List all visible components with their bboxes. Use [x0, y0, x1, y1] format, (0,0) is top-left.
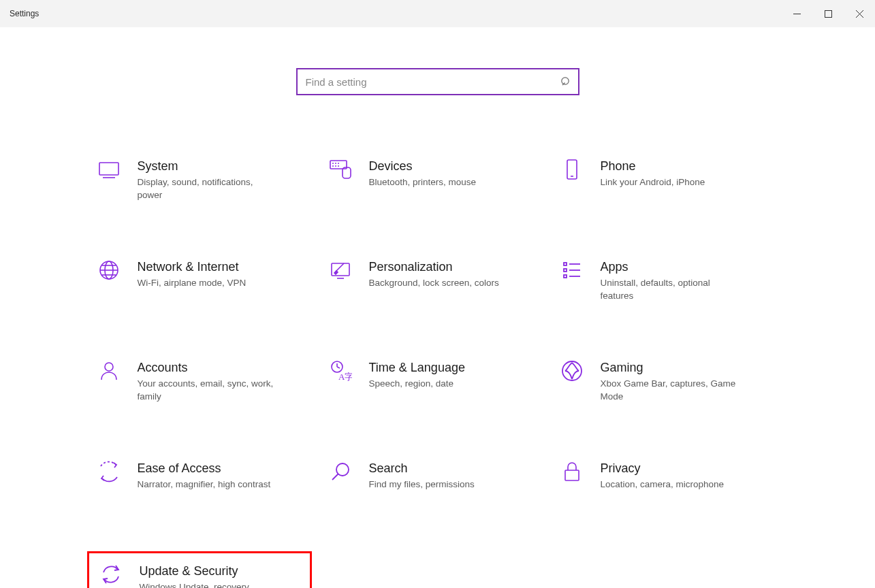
category-desc: Your accounts, email, sync, work, family: [138, 378, 274, 404]
svg-rect-39: [565, 470, 579, 480]
category-title: Time & Language: [369, 361, 465, 375]
network-icon: [94, 259, 124, 282]
personalization-icon: [325, 259, 355, 282]
search-icon: [560, 76, 571, 87]
category-title: Devices: [369, 159, 477, 174]
category-network[interactable]: Network & Internet Wi-Fi, airplane mode,…: [87, 249, 312, 317]
phone-icon: [557, 158, 587, 181]
gaming-icon: [557, 359, 587, 382]
category-system[interactable]: System Display, sound, notifications, po…: [87, 148, 312, 216]
category-desc: Speech, region, date: [369, 378, 465, 391]
category-title: Update & Security: [140, 564, 276, 578]
category-privacy[interactable]: Privacy Location, camera, microphone: [550, 451, 775, 519]
svg-line-34: [337, 367, 340, 368]
close-button[interactable]: [844, 0, 875, 27]
maximize-icon: [825, 10, 832, 18]
category-time[interactable]: A字 Time & Language Speech, region, date: [319, 350, 543, 418]
apps-icon: [557, 259, 587, 282]
window-title: Settings: [10, 9, 39, 18]
svg-rect-1: [825, 10, 831, 17]
category-desc: Uninstall, defaults, optional features: [601, 277, 737, 303]
category-title: Phone: [601, 159, 705, 174]
category-title: Personalization: [369, 260, 499, 274]
category-accounts[interactable]: Accounts Your accounts, email, sync, wor…: [87, 350, 312, 418]
search-category-icon: [325, 460, 355, 483]
category-title: System: [138, 159, 274, 174]
svg-rect-27: [564, 275, 567, 278]
category-title: Network & Internet: [138, 260, 246, 274]
privacy-icon: [557, 460, 587, 483]
category-desc: Narrator, magnifier, high contrast: [138, 478, 271, 491]
category-devices[interactable]: Devices Bluetooth, printers, mouse: [319, 148, 543, 216]
svg-rect-23: [332, 263, 349, 276]
minimize-button[interactable]: [781, 0, 812, 27]
time-language-icon: A字: [325, 359, 355, 382]
category-search[interactable]: Search Find my files, permissions: [319, 451, 543, 519]
category-desc: Xbox Game Bar, captures, Game Mode: [601, 378, 737, 404]
category-title: Gaming: [601, 361, 737, 375]
category-title: Ease of Access: [138, 461, 271, 476]
category-apps[interactable]: Apps Uninstall, defaults, optional featu…: [550, 249, 775, 317]
close-icon: [856, 10, 863, 18]
maximize-button[interactable]: [812, 0, 844, 27]
category-desc: Display, sound, notifications, power: [138, 176, 274, 202]
category-desc: Background, lock screen, colors: [369, 277, 499, 290]
category-desc: Link your Android, iPhone: [601, 176, 705, 189]
system-icon: [94, 158, 124, 181]
category-gaming[interactable]: Gaming Xbox Game Bar, captures, Game Mod…: [550, 350, 775, 418]
svg-rect-6: [99, 163, 118, 175]
svg-point-31: [105, 363, 113, 371]
titlebar: Settings: [0, 0, 875, 27]
category-desc: Bluetooth, printers, mouse: [369, 176, 477, 189]
svg-point-4: [561, 78, 568, 84]
category-personalization[interactable]: Personalization Background, lock screen,…: [319, 249, 543, 317]
svg-rect-26: [564, 269, 567, 272]
main-content: System Display, sound, notifications, po…: [0, 27, 875, 588]
category-desc: Windows Update, recovery, backup: [140, 581, 276, 588]
devices-icon: [325, 158, 355, 181]
category-ease-of-access[interactable]: Ease of Access Narrator, magnifier, high…: [87, 451, 312, 519]
accounts-icon: [94, 359, 124, 382]
category-title: Accounts: [138, 361, 274, 375]
update-security-icon: [96, 563, 126, 586]
category-desc: Location, camera, microphone: [601, 478, 725, 491]
ease-of-access-icon: [94, 460, 124, 483]
search-input[interactable]: [306, 76, 560, 88]
search-box[interactable]: [296, 68, 579, 95]
category-desc: Wi-Fi, airplane mode, VPN: [138, 277, 246, 290]
category-desc: Find my files, permissions: [369, 478, 475, 491]
svg-text:A字: A字: [338, 372, 352, 382]
category-phone[interactable]: Phone Link your Android, iPhone: [550, 148, 775, 216]
window-controls: [781, 0, 875, 27]
svg-line-38: [332, 474, 338, 480]
category-title: Apps: [601, 260, 737, 274]
category-title: Privacy: [601, 461, 725, 476]
category-title: Search: [369, 461, 475, 476]
category-update-security[interactable]: Update & Security Windows Update, recove…: [87, 551, 312, 588]
categories-grid: System Display, sound, notifications, po…: [87, 148, 775, 588]
minimize-icon: [793, 10, 801, 18]
svg-rect-25: [564, 263, 567, 265]
